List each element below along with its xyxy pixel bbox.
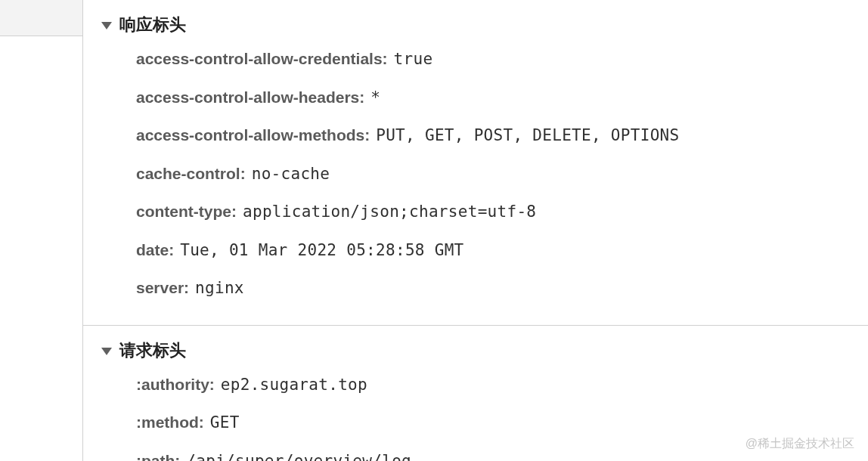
header-row: server: nginx [136, 276, 868, 301]
header-name: access-control-allow-methods: [136, 123, 370, 147]
header-name: cache-control: [136, 162, 246, 186]
header-name: :path: [136, 449, 180, 462]
header-value: PUT, GET, POST, DELETE, OPTIONS [376, 124, 679, 148]
header-name: :method: [136, 410, 204, 435]
header-value: nginx [195, 277, 244, 301]
header-row: access-control-allow-credentials: true [136, 47, 868, 72]
header-row: :authority: ep2.sugarat.top [136, 373, 868, 398]
response-headers-toggle[interactable]: 响应标头 [101, 14, 868, 36]
chevron-down-icon [101, 22, 112, 29]
header-value: * [370, 86, 380, 110]
header-value: GET [210, 411, 240, 435]
response-headers-title: 响应标头 [119, 14, 186, 36]
headers-panel: 响应标头 access-control-allow-credentials: t… [83, 0, 868, 461]
header-row: content-type: application/json;charset=u… [136, 200, 868, 224]
request-headers-section: 请求标头 :authority: ep2.sugarat.top :method… [83, 325, 868, 462]
header-name: access-control-allow-credentials: [136, 47, 388, 71]
request-headers-title: 请求标头 [119, 339, 186, 362]
header-row: access-control-allow-headers: * [136, 85, 868, 110]
chevron-down-icon [101, 348, 112, 355]
header-value: Tue, 01 Mar 2022 05:28:58 GMT [180, 239, 463, 263]
response-headers-section: 响应标头 access-control-allow-credentials: t… [83, 0, 868, 325]
sidebar-tab-active[interactable] [0, 0, 82, 36]
header-name: server: [136, 276, 189, 300]
header-row: access-control-allow-methods: PUT, GET, … [136, 123, 868, 148]
header-row: cache-control: no-cache [136, 162, 868, 187]
header-value: true [394, 48, 433, 72]
header-value: ep2.sugarat.top [221, 373, 367, 398]
devtools-sidebar [0, 0, 83, 461]
request-headers-list: :authority: ep2.sugarat.top :method: GET… [101, 373, 868, 462]
header-row: date: Tue, 01 Mar 2022 05:28:58 GMT [136, 238, 868, 263]
header-value: /api/super/overview/log [186, 450, 411, 462]
header-row: :path: /api/super/overview/log [136, 449, 868, 462]
request-headers-toggle[interactable]: 请求标头 [101, 339, 868, 362]
header-name: date: [136, 238, 174, 262]
header-name: content-type: [136, 200, 237, 224]
header-value: application/json;charset=utf-8 [243, 200, 536, 224]
header-row: :method: GET [136, 410, 868, 435]
response-headers-list: access-control-allow-credentials: true a… [101, 47, 868, 301]
header-value: no-cache [252, 162, 330, 187]
header-name: access-control-allow-headers: [136, 85, 364, 110]
header-name: :authority: [136, 373, 215, 397]
